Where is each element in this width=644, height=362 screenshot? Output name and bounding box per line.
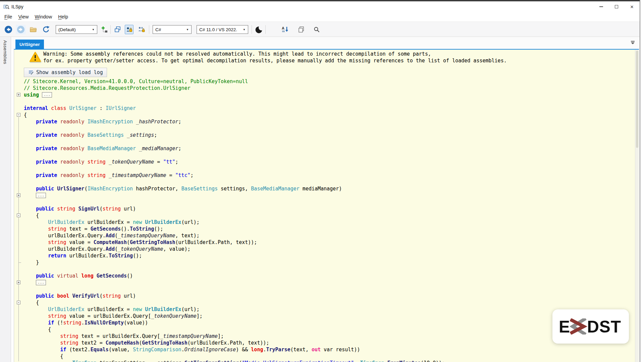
minimize-button[interactable] [593,1,609,12]
collapse-tree-button[interactable] [100,25,109,34]
toolbar-separator [110,25,111,34]
search-icon [313,26,320,33]
document-area: UrlSigner Warning: Some assembly referen… [11,37,640,362]
assembly-list-value: (Default) [58,27,89,32]
chevron-down-icon: ▼ [243,28,246,31]
exdst-watermark: E DST [552,309,629,344]
moon-icon [255,26,262,33]
code-line: private readonly BaseMediaManager _media… [24,145,181,152]
menu-help[interactable]: Help [55,13,71,21]
show-all-windows-button[interactable] [113,25,122,34]
code-line: string text = GetSeconds().ToString(); [24,226,163,232]
code-line: if (!string.IsNullOrEmpty(value)) [24,319,148,326]
fold-marker[interactable]: - [17,113,20,117]
collapsed-region-box[interactable]: ... [36,193,46,198]
code-line: } [24,259,39,266]
menu-window[interactable]: Window [32,13,55,21]
assembly-list-dropdown[interactable]: (Default) ▼ [56,25,97,34]
assemblies-panel-tab[interactable]: Assemblies [0,37,11,362]
chevron-down-icon: ▼ [92,28,95,31]
language-dropdown[interactable]: C# ▼ [153,25,192,34]
code-line: internal class UrlSigner : IUrlSigner [24,105,136,112]
tab-urlsigner[interactable]: UrlSigner [15,40,44,49]
menu-view[interactable]: View [15,13,32,21]
show-internal-api-toggle[interactable] [125,25,133,34]
load-log-label: Show assembly load log [36,69,103,75]
windows-icon [114,26,121,33]
toolbar-separator [149,25,149,34]
show-assembly-load-log-button[interactable]: Show assembly load log [24,68,107,77]
code-line: { [24,112,27,118]
ilspy-window: ILSpy × FileViewWindowHelp (Default) ▼ [0,0,640,362]
fold-marker[interactable]: + [17,193,20,197]
load-log-icon [28,70,34,75]
language-version-value: C# 11.0 / VS 2022. [199,27,240,32]
warning-text-line1: Warning: Some assembly references could … [43,51,431,57]
tab-label: UrlSigner [19,42,40,47]
menu-file[interactable]: File [1,13,15,21]
assemblies-panel-label: Assemblies [3,40,8,64]
sort-assemblies-button[interactable]: A [280,25,290,34]
forward-icon [16,25,25,34]
open-folder-icon [30,26,38,33]
toolbar-separator [252,25,252,34]
tab-list-button[interactable] [631,40,635,46]
language-version-dropdown[interactable]: C# 11.0 / VS 2022. ▼ [197,25,248,34]
sort-az-icon: A [281,26,289,33]
refresh-button[interactable] [41,25,51,34]
code-line: TimeSpan timeSpanSetting = _settings.Get… [24,360,445,362]
theme-toggle-button[interactable] [254,25,263,34]
code-line: private readonly IHashEncryption _hashPr… [24,118,181,125]
logo-text-e: E [559,318,570,335]
svg-text:A: A [282,26,284,30]
toolbar: (Default) ▼ C# ▼ C# 11.0 / VS 2022. ▼ [0,21,640,37]
close-icon: × [630,4,634,10]
forward-button[interactable] [16,25,26,34]
code-line: private readonly BaseSettings _settings; [24,132,157,138]
menu-bar: FileViewWindowHelp [0,12,640,21]
fold-marker[interactable]: + [17,281,20,284]
refresh-icon [42,25,50,34]
code-line: public string SignUrl(string url) [24,205,136,212]
fold-marker[interactable]: + [17,93,20,97]
vertical-scrollbar[interactable] [635,50,639,362]
chevron-down-icon: ▼ [186,28,189,31]
fold-guide-line [18,218,19,262]
code-line: { [24,353,63,360]
code-line: // Sitecore.Resources.Media.RequestProte… [24,85,191,92]
back-button[interactable] [3,25,13,34]
fold-marker[interactable]: - [17,214,20,217]
toolbar-separator [265,25,266,34]
code-line: public virtual long GetSeconds() [24,273,133,279]
decompiled-code-panel: Warning: Some assembly references could … [14,49,639,362]
code-line: using ... [24,92,52,98]
code-line: private readonly string _timestampQueryN… [24,172,194,179]
code-line: { [24,212,39,219]
member-visibility-button[interactable] [137,25,146,34]
maximize-button[interactable] [609,1,624,12]
code-line: ... [24,279,46,286]
code-line: string text2 = ComputeHash(GetStringToHa… [24,340,269,346]
code-line: UrlBuilderEx urlBuilderEx = new UrlBuild… [24,219,200,226]
maximize-icon [615,5,618,8]
search-button[interactable] [312,25,321,34]
code-line: string text = urlBuilderEx.Query[_timest… [24,333,224,340]
tree-add-icon [101,26,108,33]
copy-button[interactable] [297,25,306,34]
open-file-button[interactable] [29,25,39,34]
code-line: { [24,299,39,306]
close-button[interactable]: × [624,1,640,12]
code-line: if (text2.Equals(value, StringComparison… [24,346,360,353]
language-value: C# [155,27,183,32]
code-line: string value = ComputeHash(GetStringToHa… [24,239,257,246]
title-bar: ILSpy × [0,1,640,12]
minimize-icon [599,6,603,7]
collapsed-region-box[interactable]: ... [42,92,52,98]
scrollbar-thumb[interactable] [636,51,638,148]
ilspy-app-icon [3,4,9,9]
code-line: private readonly string _tokenQueryName … [24,159,178,165]
tab-strip: UrlSigner [11,37,640,49]
code-line: string value = urlBuilderEx.Query[_token… [24,313,203,319]
collapsed-region-box[interactable]: ... [36,280,46,285]
fold-marker[interactable]: - [17,301,20,304]
